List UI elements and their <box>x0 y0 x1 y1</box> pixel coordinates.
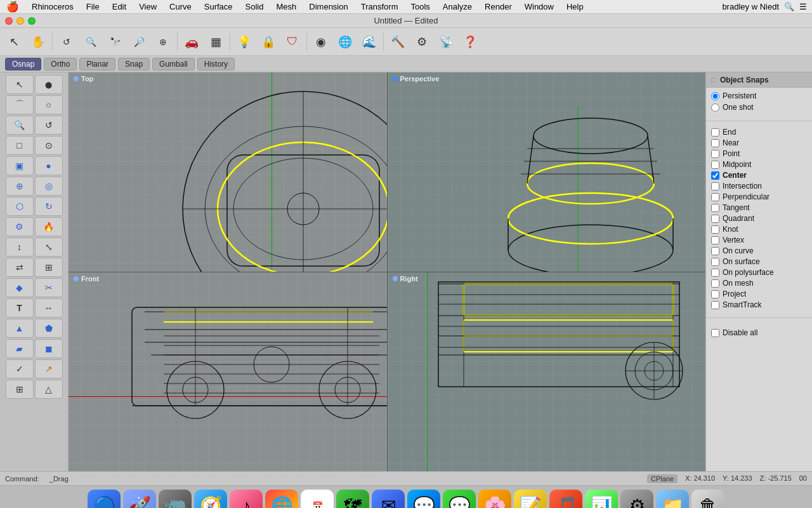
disable-all-checkbox[interactable] <box>711 329 719 337</box>
check-icon[interactable]: ✓ <box>6 359 34 378</box>
dock-stickies[interactable]: 📝 <box>514 490 547 509</box>
ellipse-icon[interactable]: ⊙ <box>35 136 63 155</box>
menu-rhinoceros[interactable]: Rhinoceros <box>25 0 80 14</box>
dock-finder[interactable]: 🔵 <box>88 490 121 509</box>
scale-icon[interactable]: ⤡ <box>35 237 63 257</box>
select-tool[interactable]: ↖ <box>3 30 25 53</box>
mesh-icon[interactable]: ⬟ <box>35 319 63 338</box>
planar-button[interactable]: Planar <box>79 58 115 70</box>
minimize-button[interactable] <box>16 17 24 25</box>
snap-center-checkbox[interactable] <box>711 171 719 180</box>
gear-tool[interactable]: ⚙ <box>410 30 433 53</box>
snap-vertex-checkbox[interactable] <box>711 236 719 244</box>
snap-point-checkbox[interactable] <box>711 150 719 158</box>
dock-launchpad[interactable]: 🚀 <box>123 490 156 509</box>
history-button[interactable]: History <box>197 58 235 70</box>
close-button[interactable] <box>5 17 13 25</box>
snap-knot-checkbox[interactable] <box>711 225 719 234</box>
maximize-button[interactable] <box>28 17 36 25</box>
cylinder-icon[interactable]: ⊕ <box>6 177 34 196</box>
menu-curve[interactable]: Curve <box>163 0 198 14</box>
snap-end-checkbox[interactable] <box>711 128 719 137</box>
move-icon[interactable]: ↕ <box>6 237 34 257</box>
cplane-selector[interactable]: CPlane <box>647 474 678 483</box>
zoom-selected-tool[interactable]: ⊕ <box>152 30 174 53</box>
menu-render[interactable]: Render <box>478 0 518 14</box>
persistent-radio[interactable] <box>711 92 719 100</box>
menu-file[interactable]: File <box>80 0 106 14</box>
rectangle-icon[interactable]: □ <box>6 136 34 155</box>
sphere-icon[interactable]: ● <box>35 156 63 175</box>
viewport-front[interactable]: Front <box>69 272 387 472</box>
arrow-icon[interactable]: ↗ <box>35 359 63 378</box>
text-icon[interactable]: T <box>6 298 34 318</box>
flame-icon[interactable]: 🔥 <box>35 217 63 236</box>
car-tool[interactable]: 🚗 <box>180 30 203 53</box>
dock-safari[interactable]: 🧭 <box>194 490 227 509</box>
snap-button[interactable]: Snap <box>118 58 150 70</box>
snap-on-curve-checkbox[interactable] <box>711 247 719 255</box>
rotate-tool[interactable]: ↺ <box>55 30 78 53</box>
dock-messages[interactable]: 💬 <box>443 490 476 509</box>
viewport-right[interactable]: Right <box>388 272 706 472</box>
globe-tool[interactable]: 🌊 <box>358 30 381 53</box>
viewport-perspective[interactable]: Perspective <box>388 72 706 272</box>
menu-extra-icon[interactable]: ☰ <box>799 2 807 11</box>
search-icon[interactable]: 🔍 <box>784 2 794 11</box>
solid-icon[interactable]: ▲ <box>6 319 34 338</box>
zoom-extent-tool[interactable]: 🔎 <box>128 30 150 53</box>
lock-tool[interactable]: 🔒 <box>257 30 280 53</box>
box-icon[interactable]: ▣ <box>6 156 34 175</box>
grid-tool[interactable]: ▦ <box>204 30 227 53</box>
zoom-icon[interactable]: 🔍 <box>6 116 34 135</box>
join-icon[interactable]: ◆ <box>6 278 34 297</box>
array-icon[interactable]: ⊞ <box>35 258 63 277</box>
dock-system-prefs[interactable]: ⚙ <box>620 490 653 509</box>
circle-tool[interactable]: ◉ <box>310 30 332 53</box>
triangle-icon[interactable]: △ <box>35 380 63 399</box>
help-tool[interactable]: ❓ <box>459 30 481 53</box>
apple-menu[interactable]: 🍎 <box>0 1 25 13</box>
menu-surface[interactable]: Surface <box>198 0 239 14</box>
dock-photos[interactable]: 🌸 <box>478 490 511 509</box>
mirror-icon[interactable]: ⇄ <box>6 258 34 277</box>
snap-on-mesh-checkbox[interactable] <box>711 279 719 288</box>
hammer-tool[interactable]: 🔨 <box>386 30 409 53</box>
light-tool[interactable]: 💡 <box>233 30 256 53</box>
torus-icon[interactable]: ◎ <box>35 177 63 196</box>
revolve-icon[interactable]: ↻ <box>35 197 63 216</box>
gear-icon[interactable]: ⚙ <box>6 217 34 236</box>
extrude-icon[interactable]: ⬡ <box>6 197 34 216</box>
menu-solid[interactable]: Solid <box>239 0 270 14</box>
zoom-window-tool[interactable]: 🔭 <box>103 30 126 53</box>
snap-on-surface-checkbox[interactable] <box>711 258 719 266</box>
material-icon[interactable]: ◼ <box>35 339 63 358</box>
snap-perpendicular-checkbox[interactable] <box>711 193 719 201</box>
pan-tool[interactable]: ✋ <box>27 30 49 53</box>
trim-icon[interactable]: ✂ <box>35 278 63 297</box>
grid-snap-icon[interactable]: ⊞ <box>6 380 34 399</box>
dock-itunes[interactable]: ♪ <box>230 490 263 509</box>
zoom-tool[interactable]: 🔍 <box>79 30 102 53</box>
snap-tangent-checkbox[interactable] <box>711 204 719 212</box>
dock-calendar[interactable]: 📅 <box>301 490 334 509</box>
shield-tool[interactable]: 🛡 <box>281 30 304 53</box>
snap-smarttrack-checkbox[interactable] <box>711 301 719 309</box>
rotate-icon[interactable]: ↺ <box>35 116 63 135</box>
menu-dimension[interactable]: Dimension <box>303 0 354 14</box>
viewport-top[interactable]: Top <box>69 72 387 272</box>
menu-view[interactable]: View <box>133 0 163 14</box>
snap-near-checkbox[interactable] <box>711 139 719 147</box>
snap-project-checkbox[interactable] <box>711 290 719 298</box>
dock-chrome[interactable]: 🌐 <box>265 490 298 509</box>
broadcast-tool[interactable]: 📡 <box>435 30 457 53</box>
dock-maps[interactable]: 🗺 <box>336 490 369 509</box>
snap-quadrant-checkbox[interactable] <box>711 215 719 223</box>
dock-music[interactable]: 🎵 <box>549 490 582 509</box>
dock-mail[interactable]: ✉ <box>372 490 405 509</box>
menu-edit[interactable]: Edit <box>106 0 133 14</box>
point-icon[interactable]: ⬤ <box>35 75 63 94</box>
select-icon[interactable]: ↖ <box>6 75 34 94</box>
menu-mesh[interactable]: Mesh <box>270 0 303 14</box>
osnap-button[interactable]: Osnap <box>5 58 41 70</box>
